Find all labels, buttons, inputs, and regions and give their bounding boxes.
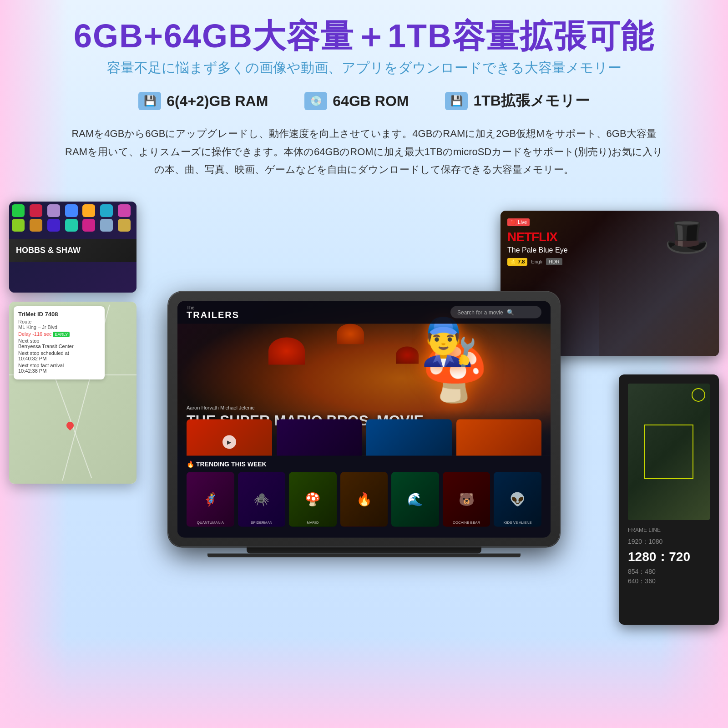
app-icon [12, 219, 25, 232]
tc-emoji-5: 🐻 [443, 472, 490, 526]
tablet-stand-neck [247, 546, 481, 553]
arrival-time: 10:42:38 PM [18, 368, 100, 374]
netflix-show-title: The Pale Blue Eye [507, 246, 568, 254]
route-label-text: Route [18, 319, 31, 324]
frame-res-4: 640：360 [628, 577, 710, 586]
arrival-stop: Next stop fact arrival 10:42:38 PM [18, 363, 100, 374]
trending-card-0[interactable]: 🦸 QUANTUMANIA [187, 472, 234, 526]
trending-card-4[interactable]: 🌊 [391, 472, 439, 526]
frame-res-2: 1280：720 [628, 548, 710, 566]
tablet-screen: 🍄 👨‍🔧 Aaron Horvath Michael Jelenic THE … [177, 301, 551, 537]
delay-badge: EARLY [53, 332, 70, 337]
hdr-badge: HDR [546, 258, 562, 265]
frame-content: FRAME LINE 1920：1080 1280：720 854：480 64… [619, 374, 719, 596]
trending-label-2: MARIO [290, 520, 335, 524]
scheduled-label: Next stop scheduled at [18, 350, 100, 356]
netflix-logo: NETFLIX [507, 230, 568, 244]
play-button[interactable]: ▶ [222, 435, 236, 449]
app-icon [82, 219, 95, 232]
tc-emoji-2: 🍄 [289, 472, 337, 526]
spec-ram: 💾 6(4+2)GB RAM [138, 92, 268, 110]
frame-panel: FRAME LINE 1920：1080 1280：720 854：480 64… [619, 374, 719, 625]
tablet-device: 🍄 👨‍🔧 Aaron Horvath Michael Jelenic THE … [168, 292, 560, 546]
app-icon [30, 204, 42, 217]
tc-emoji-1: 🕷️ [238, 472, 286, 526]
main-title: 6GB+64GB大容量＋1TB容量拡張可能 [27, 18, 701, 54]
directors-text: Aaron Horvath Michael Jelenic [187, 404, 424, 410]
next-stop-value: Berryessa Transit Center [18, 344, 100, 349]
netflix-header: 🔴 Live NETFLIX The Pale Blue Eye ⭐ 7.8 E… [507, 217, 568, 266]
search-icon[interactable]: 🔍 [507, 309, 514, 316]
bg-left-panel: HOBBS & SHAW [9, 202, 136, 293]
next-stop: Next stop Berryessa Transit Center [18, 338, 100, 349]
trending-card-6[interactable]: 👽 KIDS VS ALIENS [494, 472, 541, 526]
storage-icon: 💾 [445, 92, 468, 110]
logo-trailers: TRAILERS [187, 310, 239, 319]
mushroom-red [268, 337, 305, 364]
frame-overlay [644, 425, 693, 479]
trending-card-5[interactable]: 🐻 COCAINE BEAR [443, 472, 490, 526]
app-icon [118, 204, 131, 217]
route-name-text: ML King – Jr Blvd [18, 324, 57, 330]
tc-emoji-0: 🦸 [187, 472, 234, 526]
mushroom-orange [337, 324, 364, 344]
main-content: HOBBS & SHAW TriMet ID 7408 Route ML Kin… [0, 202, 728, 647]
route-label: Route ML King – Jr Blvd [18, 319, 100, 330]
rom-label: 64GB ROM [333, 93, 409, 110]
tc-emoji-6: 👽 [494, 472, 541, 526]
trending-label-1: SPIDERMAN [239, 520, 284, 524]
rating-badge: ⭐ 7.8 [507, 258, 527, 266]
scheduled-time: 10:40:32 PM [18, 356, 100, 361]
top-section: 6GB+64GB大容量＋1TB容量拡張可能 容量不足に悩まず多くの画像や動画、ア… [0, 0, 728, 202]
route-id: TriMet ID 7408 [18, 311, 100, 318]
app-icon [100, 219, 113, 232]
frame-image [628, 384, 710, 520]
search-bar[interactable]: Search for a movie 🔍 [450, 306, 541, 318]
spec-rom: 💿 64GB ROM [304, 92, 409, 110]
description-text: RAMを4GBから6GBにアップグレードし、動作速度を向上させています。4GBの… [27, 125, 701, 179]
movie-banner: HOBBS & SHAW [9, 239, 136, 262]
arrival-label: Next stop fact arrival [18, 363, 100, 368]
app-logo: The TRAILERS [187, 305, 239, 319]
map-overlay: TriMet ID 7408 Route ML King – Jr Blvd D… [14, 306, 105, 379]
app-icon [12, 204, 25, 217]
trending-card-1[interactable]: 🕷️ SPIDERMAN [238, 472, 286, 526]
tc-emoji-3: 🔥 [340, 472, 388, 526]
delay-label: Delay [18, 331, 31, 337]
sub-title: 容量不足に悩まず多くの画像や動画、アプリをダウンロードできる大容量メモリー [27, 59, 701, 77]
netflix-live-badge: 🔴 Live [507, 218, 530, 226]
rom-icon: 💿 [304, 92, 327, 110]
trending-label-5: COCAINE BEAR [444, 520, 489, 524]
tc-emoji-4: 🌊 [391, 472, 439, 526]
trending-card-2[interactable]: 🍄 MARIO [289, 472, 337, 526]
trending-card-3[interactable]: 🔥 [340, 472, 388, 526]
app-icon [47, 219, 60, 232]
map-panel: TriMet ID 7408 Route ML King – Jr Blvd D… [9, 302, 136, 484]
scheduled-stop: Next stop scheduled at 10:40:32 PM [18, 350, 100, 361]
app-icon [118, 219, 131, 232]
tablet-stand-base [207, 553, 521, 557]
frame-res-1: 1920：1080 [628, 538, 710, 546]
ram-icon: 💾 [138, 92, 161, 110]
search-placeholder: Search for a movie [457, 309, 503, 315]
app-icons-grid [9, 202, 136, 234]
app-icon [65, 219, 78, 232]
storage-label: 1TB拡張メモリー [473, 91, 589, 111]
rating-value: 7.8 [518, 259, 525, 264]
specs-row: 💾 6(4+2)GB RAM 💿 64GB ROM 💾 1TB拡張メモリー [27, 91, 701, 111]
netflix-character: 🎩 [664, 215, 710, 258]
frame-res-3: 854：480 [628, 568, 710, 576]
pink-decoration-bottom [0, 637, 728, 728]
trending-section: 🔥 TRENDING THIS WEEK 🦸 QUANTUMANIA 🕷️ SP… [177, 455, 551, 537]
map-bg: TriMet ID 7408 Route ML King – Jr Blvd D… [9, 302, 136, 484]
trending-label-0: QUANTUMANIA [188, 520, 233, 524]
app-icon [65, 204, 78, 217]
netflix-language: Engli [531, 259, 542, 264]
ram-label: 6(4+2)GB RAM [167, 93, 268, 110]
trending-row: 🦸 QUANTUMANIA 🕷️ SPIDERMAN 🍄 MARIO [187, 472, 541, 526]
frame-circle [692, 388, 705, 402]
movie-banner-title: HOBBS & SHAW [16, 246, 130, 255]
trending-label-6: KIDS VS ALIENS [495, 520, 540, 524]
next-stop-label: Next stop [18, 338, 100, 344]
frame-label: FRAME LINE [628, 527, 710, 533]
